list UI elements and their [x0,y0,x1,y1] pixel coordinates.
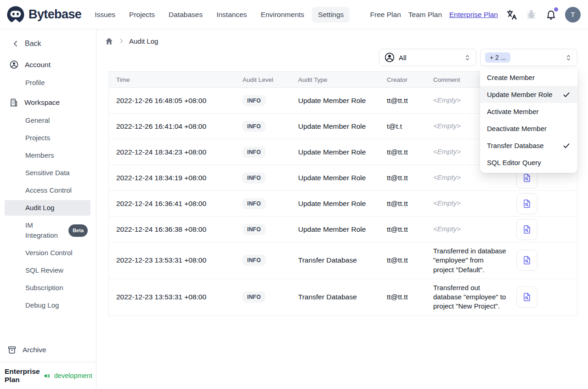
sidebar-item-access-control[interactable]: Access Control [5,183,90,198]
nav-links: IssuesProjectsDatabasesInstancesEnvironm… [89,7,350,23]
sidebar-item-label: Version Control [25,248,73,258]
home-icon[interactable] [105,37,113,46]
creator-cell: tt@tt.tt [379,195,426,212]
audit-level-cell: INFO [235,194,291,213]
menu-item-activate-member[interactable]: Activate Member [480,103,577,120]
nav-item-environments[interactable]: Environments [255,7,311,23]
nav-item-settings[interactable]: Settings [312,7,350,23]
sidebar-item-profile[interactable]: Profile [5,75,90,91]
audit-level-badge: INFO [243,147,266,158]
sidebar-item-sensitive-data[interactable]: Sensitive Data [5,165,90,181]
back-button[interactable]: Back [0,37,96,51]
menu-item-update-member-role[interactable]: Update Member Role [480,86,577,103]
view-detail-button[interactable] [516,286,537,308]
menu-item-sql-editor-query[interactable]: SQL Editor Query [480,154,577,171]
plan-link-enterprise-plan[interactable]: Enterprise Plan [449,11,498,19]
plan-link-team-plan[interactable]: Team Plan [408,11,442,19]
sidebar-group-account: Account [0,56,96,73]
creator-cell: tt@tt.tt [379,252,426,269]
sidebar-item-subscription[interactable]: Subscription [5,280,90,296]
menu-item-create-member[interactable]: Create Member [480,69,577,86]
plan-link-free-plan[interactable]: Free Plan [370,11,401,19]
comment-cell: Transferred out database "employee" to p… [426,279,509,315]
menu-item-deactivate-member[interactable]: Deactivate Member [480,120,577,137]
menu-item-label: Create Member [487,74,535,81]
column-header-audit-level: Audit Level [235,76,291,83]
time-cell: 2022-12-24 18:34:19 +08:00 [109,170,235,186]
audit-type-cell: Transfer Database [291,252,379,269]
sidebar-item-im-integration[interactable]: IM IntegrationBeta [5,217,90,243]
audit-type-filter-select[interactable]: + 2 ... [480,49,577,66]
speaker-icon[interactable] [43,372,51,380]
sidebar-item-sql-review[interactable]: SQL Review [5,263,90,278]
audit-log-page: Audit Log All + 2 ... [96,29,588,389]
bug-icon[interactable] [526,9,537,21]
file-search-icon [522,255,532,265]
menu-item-label: SQL Editor Query [487,159,541,166]
audit-level-cell: INFO [235,168,291,188]
audit-type-cell: Transfer Database [291,289,379,305]
menu-item-label: Deactivate Member [487,125,547,132]
audit-level-cell: INFO [235,91,291,110]
translate-icon[interactable] [506,9,518,21]
file-search-icon [522,224,532,235]
sidebar-item-archive[interactable]: Archive [0,341,96,362]
back-label: Back [25,40,41,48]
sidebar-item-label: Sensitive Data [25,168,70,178]
sidebar-item-label: SQL Review [25,265,63,275]
check-icon [562,142,571,150]
building-icon [9,98,18,107]
sidebar-item-label: IM Integration [25,220,65,240]
file-search-icon [522,199,532,209]
audit-level-badge: INFO [243,172,266,183]
time-cell: 2022-12-24 18:34:23 +08:00 [109,144,235,160]
bell-icon[interactable] [545,9,557,21]
sidebar-item-label: Subscription [25,283,63,293]
sidebar-item-projects[interactable]: Projects [5,130,90,146]
view-detail-button[interactable] [516,250,537,271]
archive-label: Archive [23,346,46,354]
sidebar-group-label: Account [25,61,51,69]
audit-level-cell: INFO [235,143,291,162]
audit-level-badge: INFO [243,121,266,132]
audit-type-filter-value: + 2 ... [485,52,510,63]
view-detail-button[interactable] [516,193,537,214]
sidebar-group-label: Workspace [24,98,60,107]
sidebar-item-label: Profile [25,78,45,88]
bytebase-logo-icon [6,6,25,24]
menu-item-transfer-database[interactable]: Transfer Database [480,137,577,154]
sidebar-item-members[interactable]: Members [5,148,90,163]
sidebar-item-debug-log[interactable]: Debug Log [5,297,90,313]
view-detail-button[interactable] [516,219,537,240]
table-row: 2022-12-24 16:36:38 +08:00INFOUpdate Mem… [109,217,577,242]
sidebar-item-label: Members [25,150,54,160]
sidebar-groups: AccountProfileWorkspaceGeneralProjectsMe… [0,56,96,313]
sidebar-item-version-control[interactable]: Version Control [5,245,90,261]
nav-right: Free PlanTeam PlanEnterprise Plan T [370,7,581,23]
time-cell: 2022-12-26 16:41:04 +08:00 [109,118,235,135]
nav-item-databases[interactable]: Databases [163,7,209,23]
time-cell: 2022-12-23 13:53:31 +08:00 [109,289,235,305]
column-header-creator: Creator [379,76,426,83]
column-header-audit-type: Audit Type [291,76,379,83]
nav-item-projects[interactable]: Projects [123,7,161,23]
table-row: 2022-12-23 13:53:31 +08:00INFOTransfer D… [109,279,577,316]
actions-cell [509,286,577,308]
time-cell: 2022-12-24 16:36:38 +08:00 [109,221,235,238]
creator-cell: tt@tt.tt [379,221,426,238]
sidebar-item-general[interactable]: General [5,113,90,128]
audit-type-cell: Update Member Role [291,144,379,160]
creator-cell: tt@tt.tt [379,144,426,160]
audit-type-dropdown-menu: Create MemberUpdate Member RoleActivate … [480,69,577,173]
creator-cell: tt@tt.tt [379,170,426,186]
menu-item-label: Activate Member [487,108,539,115]
avatar[interactable]: T [565,7,581,23]
sidebar-item-audit-log[interactable]: Audit Log [5,200,90,216]
audit-level-cell: INFO [235,287,291,307]
bytebase-logo[interactable]: Bytebase [6,6,81,24]
nav-item-instances[interactable]: Instances [210,7,253,23]
nav-item-issues[interactable]: Issues [89,7,121,23]
menu-item-label: Update Member Role [487,91,553,98]
creator-filter-value: All [399,54,460,62]
creator-filter-select[interactable]: All [379,49,476,66]
